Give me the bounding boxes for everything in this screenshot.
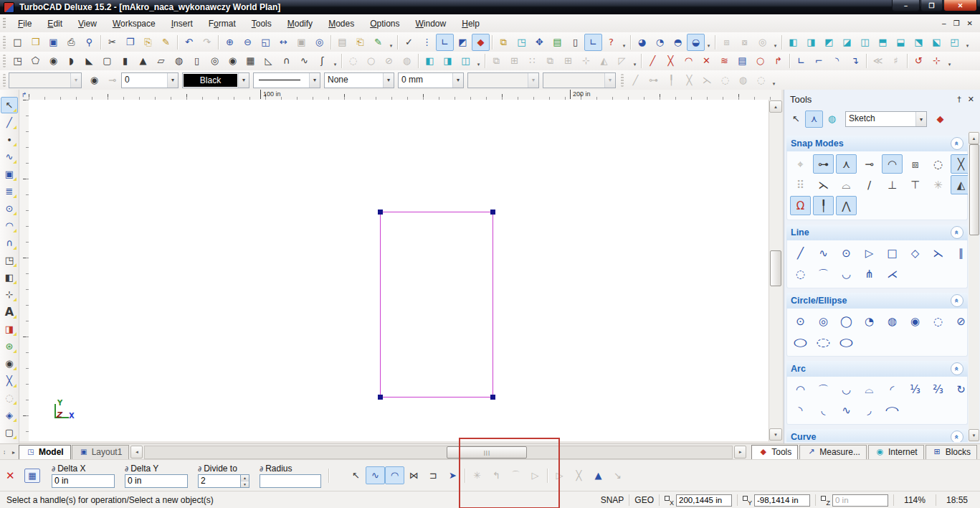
corner-icon[interactable]: ↱ (769, 52, 787, 70)
mesh-icon[interactable]: ▦ (242, 52, 260, 70)
menu-options[interactable]: Options (362, 17, 407, 31)
collapse-icon[interactable]: « (951, 294, 964, 307)
snap-nearest-icon[interactable]: ⊶ (813, 154, 834, 174)
circle-double-point-icon[interactable]: ◯ (836, 311, 857, 331)
camera-target-icon[interactable]: ⧇ (736, 34, 753, 51)
linestyle-combo[interactable]: ▾ (253, 72, 320, 88)
toolbar-overflow-icon[interactable]: ▾ (770, 72, 778, 88)
panel-style-bucket-icon[interactable]: ◆ (931, 110, 949, 128)
geo-toggle[interactable]: GEO (634, 495, 654, 505)
restore-button[interactable]: ❐ (920, 0, 943, 11)
move-3d-icon[interactable]: ✥ (531, 34, 548, 51)
panel-snap-icon[interactable]: ⋏ (805, 110, 823, 128)
menu-help[interactable]: Help (454, 17, 487, 31)
solid-tool-icon[interactable]: ◈ (1, 407, 18, 423)
assemble-tool-icon[interactable]: ⊹ (1, 286, 18, 303)
chevron-down-icon[interactable]: ▾ (604, 73, 615, 88)
snap-star-icon[interactable]: ✳ (928, 175, 948, 194)
line-rectangle-icon[interactable]: □ (882, 243, 903, 263)
line-parallel-icon[interactable]: ∥ (951, 243, 968, 263)
snap-tangent-icon[interactable]: ∕ (859, 175, 880, 194)
scroll-down-button[interactable]: ▼ (769, 428, 782, 441)
snap-projection-icon[interactable]: ⌓ (836, 175, 857, 194)
palette-tab-tools[interactable]: ◆Tools (751, 445, 798, 460)
insp-fly-icon[interactable]: ➤ (443, 466, 462, 484)
selection-handle[interactable] (378, 395, 383, 400)
scroll-up-button[interactable]: ▲ (969, 132, 979, 144)
insp-pointer-icon[interactable]: ↖ (346, 466, 366, 484)
text-style-combo[interactable]: ▾ (467, 72, 539, 88)
arc-tan-arc-icon[interactable]: ◟ (813, 400, 834, 420)
zoom-page-icon[interactable]: ▣ (292, 34, 310, 51)
insp-back-icon[interactable]: ↰ (487, 466, 506, 484)
cube-icon[interactable]: ▢ (98, 52, 116, 70)
toolbar-grip[interactable] (3, 74, 6, 87)
chevron-down-icon[interactable]: ▾ (528, 73, 538, 88)
line-polygon-icon[interactable]: ⊙ (836, 243, 857, 263)
chevron-down-icon[interactable]: ▾ (70, 73, 81, 88)
line-single-icon[interactable]: ╱ (790, 243, 811, 263)
render-quality-icon[interactable]: ◒ (687, 34, 705, 51)
insp-tri2-icon[interactable]: ▷ (550, 466, 569, 484)
print-preview-icon[interactable]: ⚲ (80, 34, 98, 51)
field-lock-icon[interactable]: ∂ (198, 465, 201, 473)
arc-edit-icon[interactable]: ◠ (680, 52, 698, 70)
field-lock-icon[interactable]: ∂ (125, 465, 128, 473)
arc-wave-icon[interactable]: ∿ (836, 400, 857, 420)
divide-icon[interactable]: ⋮ (418, 34, 436, 51)
chevron-down-icon[interactable]: ▾ (167, 73, 178, 88)
sphere-icon[interactable]: ◉ (44, 52, 62, 70)
layer-lock-icon[interactable]: ⊸ (103, 72, 121, 89)
palette-tab-measure[interactable]: ↗Measure... (799, 445, 867, 460)
circle-tan-line-icon[interactable]: ◍ (882, 311, 903, 331)
arc-1-3-2-icon[interactable]: ⅔ (928, 380, 948, 399)
ellipse-fixed-ratio-icon[interactable]: ○ (830, 332, 862, 352)
slab-icon[interactable]: ▱ (152, 52, 170, 70)
lathe-icon[interactable]: ⊘ (380, 52, 398, 70)
curve-tool-icon[interactable]: ∩ (1, 235, 18, 251)
arc-concentric-icon[interactable]: ⌒ (813, 380, 834, 399)
disk-icon[interactable]: ◉ (224, 52, 242, 70)
publish-icon[interactable]: ⎗ (351, 34, 369, 51)
pane-grip[interactable]: ⁞ (4, 449, 5, 456)
revolve-icon[interactable]: ○ (362, 52, 380, 70)
shell-icon[interactable]: ◍ (398, 52, 416, 70)
pick-point-icon[interactable]: ◸ (613, 52, 631, 70)
snap-magnetic-icon[interactable]: ◭ (951, 175, 968, 194)
view-back-icon[interactable]: ⬓ (892, 34, 910, 51)
snap-intersection-icon[interactable]: ╳ (951, 154, 968, 174)
menu-edit[interactable]: Edit (39, 17, 70, 31)
spelling-icon[interactable]: ✓ (400, 34, 418, 51)
arc-triple-point-icon[interactable]: ⌓ (859, 380, 880, 399)
mirror-copy-icon[interactable]: ⧉ (541, 52, 559, 70)
horizontal-scrollbar[interactable]: ||| (144, 446, 733, 459)
zoom-in-icon[interactable]: ⊕ (221, 34, 239, 51)
circle-tan-arcs-icon[interactable]: ◌ (928, 311, 948, 331)
menu-view[interactable]: View (70, 17, 105, 31)
arc-fixed-ratio-icon[interactable]: ◠ (876, 400, 908, 420)
chevron-down-icon[interactable]: ▾ (915, 112, 926, 126)
dim-style-combo[interactable]: ▾ (543, 72, 616, 88)
delta-x-input[interactable] (52, 474, 115, 488)
circle-tan-3-icon[interactable]: ⊘ (951, 311, 968, 331)
snap-c3-icon[interactable]: ◌ (752, 72, 770, 89)
arc-center-radius-icon[interactable]: ◠ (790, 380, 811, 399)
mdi-close-button[interactable]: ✕ (967, 19, 973, 27)
zoom-selection-icon[interactable]: ◎ (310, 34, 328, 51)
circle-concentric-icon[interactable]: ◎ (813, 311, 834, 331)
snap-center-icon[interactable]: ◌ (928, 154, 948, 174)
zoom-level[interactable]: 114% (899, 495, 931, 505)
torus-icon[interactable]: ◍ (170, 52, 188, 70)
cylinder-icon[interactable]: ▮ (116, 52, 134, 70)
circle-tan-point-icon[interactable]: ◉ (905, 311, 926, 331)
radius-input[interactable] (260, 474, 321, 488)
visibility-icon[interactable]: ◉ (85, 72, 103, 89)
snap-none-icon[interactable]: ⌖ (790, 154, 811, 174)
circle-trim-icon[interactable]: ○ (751, 52, 769, 70)
surface-tool-icon[interactable]: ◌ (1, 390, 18, 406)
tab-model[interactable]: ◳ Model (19, 445, 71, 460)
shade-icon[interactable]: ◭ (595, 52, 613, 70)
workplane-icon[interactable]: ∟ (584, 34, 602, 51)
scroll-down-button[interactable]: ▼ (969, 429, 979, 441)
extend-icon[interactable]: ↴ (846, 52, 864, 70)
